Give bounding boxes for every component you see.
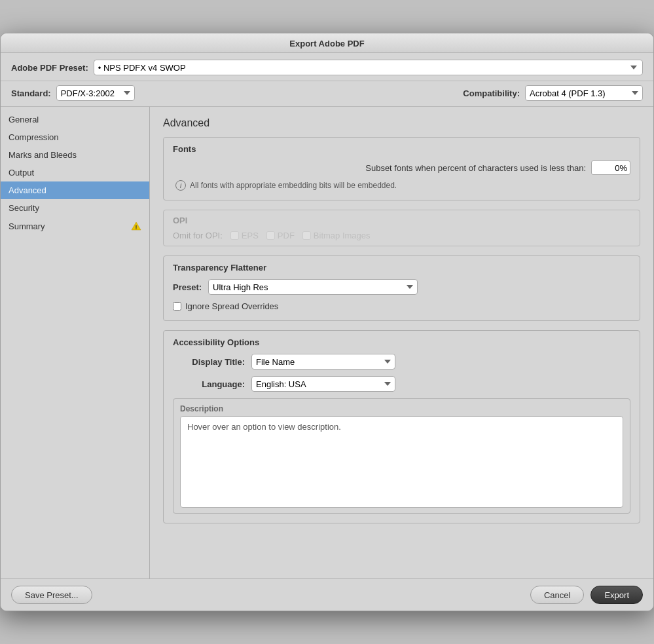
opi-pdf-label: PDF <box>278 231 295 240</box>
adobe-pdf-preset-select[interactable]: • NPS PDFX v4 SWOP <box>94 60 643 75</box>
sidebar-item-summary[interactable]: Summary ! <box>1 217 149 235</box>
language-select[interactable]: English: USA English: UK French German S… <box>251 376 395 392</box>
ignore-spread-label: Ignore Spread Overrides <box>185 301 278 311</box>
opi-row: Omit for OPI: EPS PDF Bitmap Images <box>173 231 630 240</box>
sidebar-item-general[interactable]: General <box>1 111 149 128</box>
compatibility-select[interactable]: Acrobat 4 (PDF 1.3) Acrobat 5 (PDF 1.4) … <box>525 85 643 101</box>
title-bar: Export Adobe PDF <box>1 33 653 53</box>
svg-text:!: ! <box>136 224 137 231</box>
opi-bitmap-checkbox[interactable] <box>302 231 311 240</box>
acc-panel-title: Accessibility Options <box>173 337 630 347</box>
tf-preset-select[interactable]: Ultra High Res High Res Medium Low <box>208 279 418 295</box>
export-button[interactable]: Export <box>590 586 643 604</box>
standard-label: Standard: <box>11 88 51 98</box>
ignore-spread-checkbox[interactable] <box>173 302 181 311</box>
cancel-button[interactable]: Cancel <box>530 586 584 604</box>
opi-eps-checkbox[interactable] <box>230 231 239 240</box>
save-preset-button[interactable]: Save Preset... <box>11 586 92 604</box>
fonts-subset-row: Subset fonts when percent of characters … <box>173 161 630 175</box>
language-label: Language: <box>173 379 245 389</box>
content-area: Advanced Fonts Subset fonts when percent… <box>150 107 653 578</box>
export-pdf-dialog: Export Adobe PDF Adobe PDF Preset: • NPS… <box>0 33 654 611</box>
tf-preset-row: Preset: Ultra High Res High Res Medium L… <box>173 279 630 295</box>
sidebar: General Compression Marks and Bleeds Out… <box>1 107 150 578</box>
sidebar-item-marks-bleeds[interactable]: Marks and Bleeds <box>1 146 149 164</box>
footer-right: Cancel Export <box>530 586 643 604</box>
opi-eps-label: EPS <box>242 231 259 240</box>
fonts-note: i All fonts with appropriate embedding b… <box>173 180 630 191</box>
display-title-row: Display Title: File Name Document Title <box>173 354 630 369</box>
transparency-flattener-panel: Transparency Flattener Preset: Ultra Hig… <box>163 256 640 321</box>
opi-eps-group: EPS <box>230 231 259 240</box>
accessibility-panel: Accessibility Options Display Title: Fil… <box>163 330 640 523</box>
preset-row: Adobe PDF Preset: • NPS PDFX v4 SWOP <box>1 53 653 81</box>
description-box: Hover over an option to view description… <box>180 416 623 508</box>
sidebar-item-output[interactable]: Output <box>1 164 149 181</box>
opi-omit-label: Omit for OPI: <box>173 231 223 240</box>
description-title: Description <box>180 404 623 413</box>
compatibility-label: Compatibility: <box>463 88 520 98</box>
fonts-subset-label: Subset fonts when percent of characters … <box>365 163 586 173</box>
main-body: General Compression Marks and Bleeds Out… <box>1 107 653 578</box>
tf-panel-title: Transparency Flattener <box>173 263 630 273</box>
description-text: Hover over an option to view description… <box>187 422 341 432</box>
sidebar-item-advanced[interactable]: Advanced <box>1 181 149 199</box>
description-subpanel: Description Hover over an option to view… <box>173 398 630 514</box>
display-title-select[interactable]: File Name Document Title <box>251 354 395 369</box>
fonts-subset-input[interactable] <box>591 161 630 175</box>
compatibility-group: Compatibility: Acrobat 4 (PDF 1.3) Acrob… <box>463 85 643 101</box>
section-title: Advanced <box>163 117 640 129</box>
tf-ignore-row: Ignore Spread Overrides <box>173 301 630 311</box>
fonts-panel: Fonts Subset fonts when percent of chara… <box>163 137 640 200</box>
opi-bitmap-label: Bitmap Images <box>314 231 371 240</box>
standard-compat-row: Standard: PDF/X-3:2002 PDF/X-1a:2001 PDF… <box>1 81 653 107</box>
language-row: Language: English: USA English: UK Frenc… <box>173 376 630 392</box>
opi-title: OPI <box>173 216 630 225</box>
warning-icon: ! <box>131 221 141 231</box>
standard-group: Standard: PDF/X-3:2002 PDF/X-1a:2001 PDF… <box>11 85 135 101</box>
tf-preset-label: Preset: <box>173 282 202 292</box>
opi-panel: OPI Omit for OPI: EPS PDF Bitmap Images <box>163 210 640 246</box>
footer: Save Preset... Cancel Export <box>1 578 653 611</box>
opi-pdf-checkbox[interactable] <box>266 231 275 240</box>
display-title-label: Display Title: <box>173 357 245 367</box>
sidebar-item-security[interactable]: Security <box>1 199 149 217</box>
preset-label: Adobe PDF Preset: <box>11 63 88 73</box>
dialog-title: Export Adobe PDF <box>289 39 364 48</box>
info-icon: i <box>175 180 186 191</box>
opi-pdf-group: PDF <box>266 231 295 240</box>
standard-select[interactable]: PDF/X-3:2002 PDF/X-1a:2001 PDF/X-4 None <box>56 85 135 101</box>
fonts-panel-title: Fonts <box>173 144 630 154</box>
sidebar-item-compression[interactable]: Compression <box>1 128 149 146</box>
opi-bitmap-group: Bitmap Images <box>302 231 371 240</box>
